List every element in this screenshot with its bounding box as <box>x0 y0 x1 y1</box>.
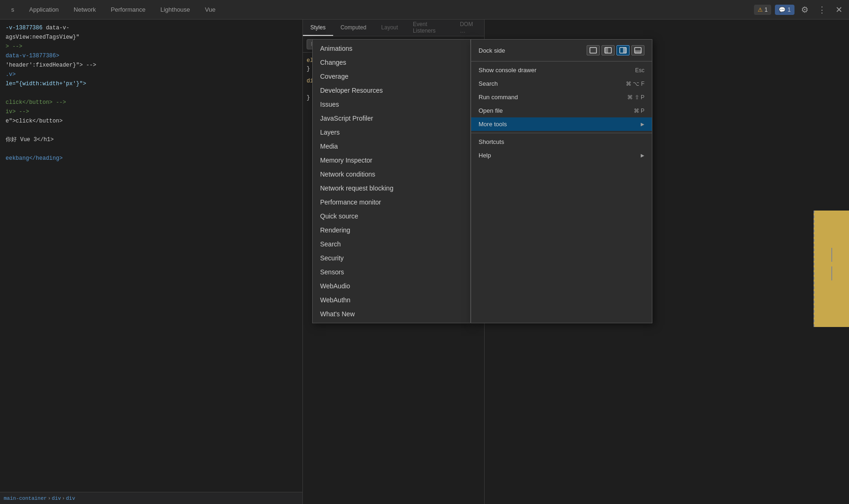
top-bar-actions: ⚠ 1 💬 1 ⚙ ⋮ ✕ <box>754 3 845 17</box>
code-line <box>0 144 302 154</box>
menu-search[interactable]: Search ⌘ ⌥ F <box>471 77 652 90</box>
menu-divider-2 <box>471 133 652 133</box>
menu-item-coverage[interactable]: Coverage <box>313 69 470 83</box>
menu-help[interactable]: Help <box>471 149 652 162</box>
code-line: data-v-13877386> <box>0 51 302 61</box>
tab-event-listeners[interactable]: Event Listeners <box>405 20 452 36</box>
devtools-window: s Application Network Performance Lighth… <box>0 0 849 504</box>
tab-performance[interactable]: Performance <box>103 2 153 17</box>
menu-item-search[interactable]: Search <box>313 237 470 251</box>
panels-row: -v-13877386 data-v- agsView:needTagsView… <box>0 20 849 504</box>
preview-marker-top <box>831 248 832 262</box>
info-count: 1 <box>787 7 791 13</box>
code-line: 你好 Vue 3</h1> <box>0 135 302 144</box>
close-button[interactable]: ✕ <box>833 3 845 17</box>
menu-item-developer-resources[interactable]: Developer Resources <box>313 83 470 97</box>
code-line: 'header':fixedHeader}"> --> <box>0 61 302 70</box>
code-line: iv> --> <box>0 107 302 116</box>
code-line: le="{width:width+'px'}"> <box>0 79 302 89</box>
code-line: .v> <box>0 70 302 79</box>
menu-run-command[interactable]: Run command ⌘ ⇧ P <box>471 90 652 104</box>
warning-icon: ⚠ <box>758 7 763 13</box>
code-line: agsView:needTagsView}" <box>0 33 302 42</box>
dock-undock-btn[interactable] <box>587 45 600 55</box>
info-badge[interactable]: 💬 1 <box>775 5 794 15</box>
menu-item-issues[interactable]: Issues <box>313 97 470 111</box>
dock-bottom-btn[interactable] <box>631 45 644 55</box>
menu-shortcuts[interactable]: Shortcuts <box>471 135 652 149</box>
dock-icons <box>587 45 644 55</box>
menu-item-whats-new[interactable]: What's New <box>313 307 470 321</box>
tab-s[interactable]: s <box>4 2 22 17</box>
dock-bottom-icon <box>634 47 642 54</box>
tab-layout[interactable]: Layout <box>374 20 405 36</box>
tab-lighthouse[interactable]: Lighthouse <box>153 2 198 17</box>
code-line <box>0 89 302 98</box>
code-line: eekbang</heading> <box>0 154 302 163</box>
tab-vue[interactable]: Vue <box>198 2 223 17</box>
menu-item-security[interactable]: Security <box>313 251 470 265</box>
styles-tab-bar: Styles Computed Layout Event Listeners D… <box>303 20 484 36</box>
menu-label: Run command <box>479 94 518 101</box>
right-context-menu: Dock side <box>471 39 652 323</box>
dock-side-section: Dock side <box>471 41 652 59</box>
code-line <box>0 126 302 135</box>
menu-item-perf-monitor[interactable]: Performance monitor <box>313 195 470 209</box>
menu-label: Shortcuts <box>479 138 504 145</box>
tab-styles[interactable]: Styles <box>303 20 333 36</box>
menu-divider <box>471 61 652 61</box>
menu-item-webauthn[interactable]: WebAuthn <box>313 293 470 307</box>
tab-network[interactable]: Network <box>66 2 103 17</box>
menu-show-console[interactable]: Show console drawer Esc <box>471 63 652 77</box>
menu-item-sensors[interactable]: Sensors <box>313 265 470 279</box>
preview-thumbnail <box>814 211 849 327</box>
menu-label: Search <box>479 80 498 87</box>
menu-item-network-conditions[interactable]: Network conditions <box>313 167 470 181</box>
warning-count: 1 <box>765 7 768 13</box>
dock-left-btn[interactable] <box>602 45 615 55</box>
menu-item-rendering[interactable]: Rendering <box>313 223 470 237</box>
menu-label: Help <box>479 152 491 159</box>
settings-button[interactable]: ⚙ <box>798 3 811 17</box>
menu-item-layers[interactable]: Layers <box>313 125 470 139</box>
preview-marker-bottom <box>831 266 832 280</box>
dom-panel: -v-13877386 data-v- agsView:needTagsView… <box>0 20 303 504</box>
menu-more-tools[interactable]: More tools <box>471 117 652 131</box>
breadcrumb-item: main-container <box>4 496 47 501</box>
dropdown-overlay: Animations Changes Coverage Developer Re… <box>312 39 652 323</box>
svg-rect-4 <box>623 48 626 53</box>
menu-item-media[interactable]: Media <box>313 139 470 153</box>
menu-item-changes[interactable]: Changes <box>313 55 470 69</box>
menu-item-animations[interactable]: Animations <box>313 41 470 55</box>
more-button[interactable]: ⋮ <box>815 3 829 17</box>
dock-side-row: Dock side <box>479 45 644 55</box>
menu-item-memory-inspector[interactable]: Memory Inspector <box>313 153 470 167</box>
tab-dom[interactable]: DOM … <box>452 20 484 36</box>
breadcrumb-item: div <box>52 496 61 501</box>
menu-item-quick-source[interactable]: Quick source <box>313 209 470 223</box>
dock-right-btn[interactable] <box>616 45 630 55</box>
more-tools-menu: Animations Changes Coverage Developer Re… <box>312 39 471 323</box>
menu-open-file[interactable]: Open file ⌘ P <box>471 104 652 117</box>
warning-badge[interactable]: ⚠ 1 <box>754 5 772 15</box>
tab-application[interactable]: Application <box>22 2 67 17</box>
top-tabs: s Application Network Performance Lighth… <box>4 2 754 17</box>
menu-item-js-profiler[interactable]: JavaScript Profiler <box>313 111 470 125</box>
menu-label: Open file <box>479 107 503 114</box>
dock-left-icon <box>604 47 612 54</box>
breadcrumb-item: div <box>66 496 75 501</box>
menu-label: More tools <box>479 121 507 128</box>
code-line: -v-13877386 data-v- <box>0 23 302 33</box>
undock-icon <box>589 47 597 54</box>
code-line: e">click</button> <box>0 116 302 126</box>
menu-label: Show console drawer <box>479 67 536 74</box>
menu-item-webaudio[interactable]: WebAudio <box>313 279 470 293</box>
menu-shortcut: ⌘ ⌥ F <box>626 81 644 87</box>
menu-shortcut: ⌘ P <box>634 108 644 114</box>
code-line: > --> <box>0 42 302 51</box>
tab-computed[interactable]: Computed <box>333 20 374 36</box>
chat-icon: 💬 <box>779 7 786 13</box>
menu-item-network-blocking[interactable]: Network request blocking <box>313 181 470 195</box>
dock-right-icon <box>619 47 627 54</box>
breadcrumb-bar: main-container › div › div <box>0 492 303 504</box>
